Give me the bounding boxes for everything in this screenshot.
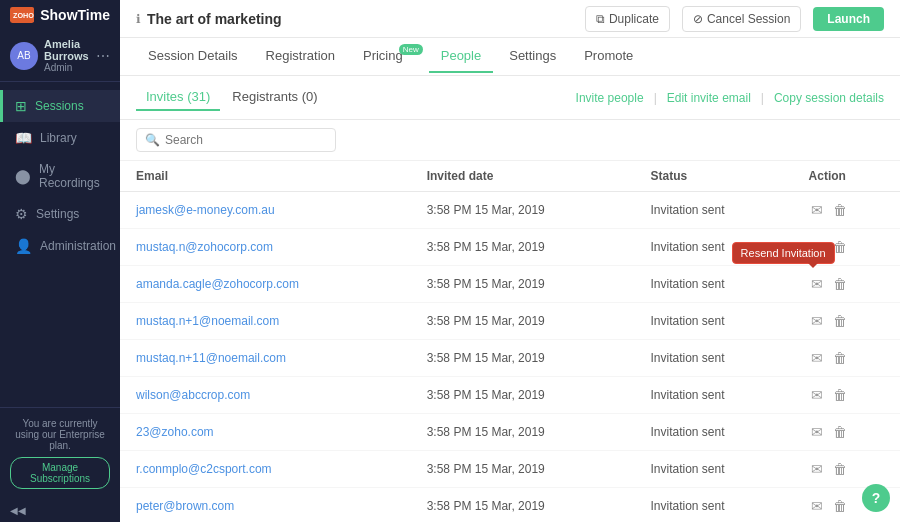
action-icons: Resend Invitation✉🗑 xyxy=(809,274,884,294)
resend-email-icon[interactable]: ✉ xyxy=(809,311,825,331)
email-link[interactable]: 23@zoho.com xyxy=(136,425,214,439)
duplicate-button[interactable]: ⧉ Duplicate xyxy=(585,6,670,32)
invite-people-link[interactable]: Invite people xyxy=(576,91,644,105)
cell-status: Invitation sent xyxy=(634,266,792,303)
delete-icon[interactable]: 🗑 xyxy=(831,385,849,405)
delete-icon[interactable]: 🗑 xyxy=(831,348,849,368)
cell-email: jamesk@e-money.com.au xyxy=(120,192,411,229)
delete-icon[interactable]: 🗑 xyxy=(831,274,849,294)
resend-email-icon[interactable]: ✉ xyxy=(809,274,825,294)
delete-icon[interactable]: 🗑 xyxy=(831,200,849,220)
sub-tab-registrants[interactable]: Registrants (0) xyxy=(222,84,327,111)
main-content: ℹ The art of marketing ⧉ Duplicate ⊘ Can… xyxy=(120,0,900,522)
recordings-icon: ⬤ xyxy=(15,168,31,184)
sidebar-nav: ⊞ Sessions 📖 Library ⬤ My Recordings ⚙ S… xyxy=(0,82,120,407)
launch-button[interactable]: Launch xyxy=(813,7,884,31)
email-link[interactable]: r.conmplo@c2csport.com xyxy=(136,462,272,476)
email-link[interactable]: mustaq.n@zohocorp.com xyxy=(136,240,273,254)
delete-icon[interactable]: 🗑 xyxy=(831,459,849,479)
sidebar-item-recordings[interactable]: ⬤ My Recordings xyxy=(0,154,120,198)
cell-email: amanda.cagle@zohocorp.com xyxy=(120,266,411,303)
email-link[interactable]: mustaq.n+1@noemail.com xyxy=(136,314,279,328)
search-input[interactable] xyxy=(165,133,327,147)
cell-date: 3:58 PM 15 Mar, 2019 xyxy=(411,192,635,229)
resend-email-icon[interactable]: ✉ xyxy=(809,385,825,405)
cell-email: mustaq.n+1@noemail.com xyxy=(120,303,411,340)
sidebar-item-settings[interactable]: ⚙ Settings xyxy=(0,198,120,230)
sidebar-bottom: You are currently using our Enterprise p… xyxy=(0,407,120,499)
search-icon: 🔍 xyxy=(145,133,160,147)
cell-status: Invitation sent xyxy=(634,192,792,229)
table-row[interactable]: mustaq.n+1@noemail.com3:58 PM 15 Mar, 20… xyxy=(120,303,900,340)
search-bar: 🔍 xyxy=(120,120,900,161)
table-row[interactable]: r.conmplo@c2csport.com3:58 PM 15 Mar, 20… xyxy=(120,451,900,488)
search-input-wrapper[interactable]: 🔍 xyxy=(136,128,336,152)
sidebar-item-library[interactable]: 📖 Library xyxy=(0,122,120,154)
sidebar-item-sessions[interactable]: ⊞ Sessions xyxy=(0,90,120,122)
resend-email-icon[interactable]: ✉ xyxy=(809,348,825,368)
sidebar-collapse[interactable]: ◀◀ xyxy=(0,499,120,522)
sub-tab-invites[interactable]: Invites (31) xyxy=(136,84,220,111)
header-left: ℹ The art of marketing xyxy=(136,11,282,27)
cell-email: mustaq.n@zohocorp.com xyxy=(120,229,411,266)
col-invited-date: Invited date xyxy=(411,161,635,192)
sidebar-item-label: Library xyxy=(40,131,77,145)
header-actions: ⧉ Duplicate ⊘ Cancel Session Launch xyxy=(585,6,884,32)
email-link[interactable]: amanda.cagle@zohocorp.com xyxy=(136,277,299,291)
cell-action: ✉🗑 xyxy=(793,414,900,451)
resend-tooltip: Resend Invitation xyxy=(732,242,835,264)
manage-subscriptions-button[interactable]: Manage Subscriptions xyxy=(10,457,110,489)
cell-date: 3:58 PM 15 Mar, 2019 xyxy=(411,377,635,414)
table-row[interactable]: mustaq.n+11@noemail.com3:58 PM 15 Mar, 2… xyxy=(120,340,900,377)
cell-date: 3:58 PM 15 Mar, 2019 xyxy=(411,340,635,377)
sub-actions: Invite people | Edit invite email | Copy… xyxy=(576,91,884,105)
table-row[interactable]: amanda.cagle@zohocorp.com3:58 PM 15 Mar,… xyxy=(120,266,900,303)
library-icon: 📖 xyxy=(15,130,32,146)
table-row[interactable]: peter@brown.com3:58 PM 15 Mar, 2019Invit… xyxy=(120,488,900,523)
sidebar: ZOHO ShowTime AB Amelia Burrows Admin ⋯ … xyxy=(0,0,120,522)
tab-pricing[interactable]: Pricing New xyxy=(351,40,425,73)
table-row[interactable]: 23@zoho.com3:58 PM 15 Mar, 2019Invitatio… xyxy=(120,414,900,451)
cell-status: Invitation sent xyxy=(634,488,792,523)
action-icons: ✉🗑 xyxy=(809,385,884,405)
user-info: Amelia Burrows Admin xyxy=(44,38,96,73)
tab-people[interactable]: People xyxy=(429,40,493,73)
delete-icon[interactable]: 🗑 xyxy=(831,311,849,331)
sidebar-item-label: Administration xyxy=(40,239,116,253)
email-link[interactable]: jamesk@e-money.com.au xyxy=(136,203,275,217)
cell-date: 3:58 PM 15 Mar, 2019 xyxy=(411,414,635,451)
sidebar-item-label: Settings xyxy=(36,207,79,221)
invites-table-container: Email Invited date Status Action jamesk@… xyxy=(120,161,900,522)
action-icons: ✉🗑 xyxy=(809,422,884,442)
sidebar-item-label: Sessions xyxy=(35,99,84,113)
table-row[interactable]: jamesk@e-money.com.au3:58 PM 15 Mar, 201… xyxy=(120,192,900,229)
resend-email-icon[interactable]: ✉ xyxy=(809,422,825,442)
help-button[interactable]: ? xyxy=(862,484,890,512)
sidebar-item-label: My Recordings xyxy=(39,162,108,190)
tab-settings[interactable]: Settings xyxy=(497,40,568,73)
delete-icon[interactable]: 🗑 xyxy=(831,422,849,442)
email-link[interactable]: wilson@abccrop.com xyxy=(136,388,250,402)
email-link[interactable]: peter@brown.com xyxy=(136,499,234,513)
sidebar-item-administration[interactable]: 👤 Administration xyxy=(0,230,120,262)
user-menu-icon[interactable]: ⋯ xyxy=(96,48,110,64)
cell-email: 23@zoho.com xyxy=(120,414,411,451)
resend-email-icon[interactable]: ✉ xyxy=(809,459,825,479)
tab-promote[interactable]: Promote xyxy=(572,40,645,73)
tab-session-details[interactable]: Session Details xyxy=(136,40,250,73)
cancel-session-button[interactable]: ⊘ Cancel Session xyxy=(682,6,801,32)
tab-registration[interactable]: Registration xyxy=(254,40,347,73)
delete-icon[interactable]: 🗑 xyxy=(831,496,849,516)
cell-email: wilson@abccrop.com xyxy=(120,377,411,414)
cell-action: ✉🗑 xyxy=(793,451,900,488)
sessions-icon: ⊞ xyxy=(15,98,27,114)
cell-action: Resend Invitation✉🗑 xyxy=(793,266,900,303)
action-icons: ✉🗑 xyxy=(809,311,884,331)
table-row[interactable]: wilson@abccrop.com3:58 PM 15 Mar, 2019In… xyxy=(120,377,900,414)
resend-email-icon[interactable]: ✉ xyxy=(809,200,825,220)
email-link[interactable]: mustaq.n+11@noemail.com xyxy=(136,351,286,365)
edit-invite-email-link[interactable]: Edit invite email xyxy=(667,91,751,105)
copy-session-details-link[interactable]: Copy session details xyxy=(774,91,884,105)
resend-email-icon[interactable]: ✉ xyxy=(809,496,825,516)
app-name: ShowTime xyxy=(40,7,110,23)
